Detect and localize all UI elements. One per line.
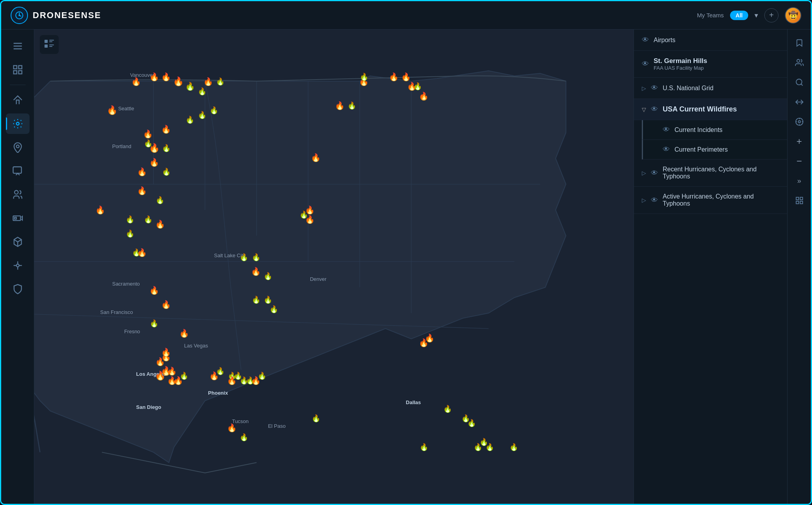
map-svg (34, 30, 634, 504)
svg-rect-5 (13, 66, 17, 69)
faa-subtitle: FAA UAS Facility Map (654, 65, 707, 71)
fire-marker: 🔥 (167, 366, 177, 376)
chevron-down-icon[interactable]: ▾ (754, 11, 758, 20)
rt-bookmark[interactable] (791, 34, 808, 52)
fire-marker: 🔥 (137, 186, 147, 195)
fire-marker: 🔥 (198, 111, 206, 119)
fire-marker: 🔥 (252, 295, 260, 304)
layer-recent-hurricanes[interactable]: ▷ 👁 Recent Hurricanes, Cyclones and Typh… (634, 160, 787, 187)
layer-panel: 👁 Airports 👁 St. Germain Hills FAA UAS F… (634, 30, 787, 504)
fire-marker: 🔥 (198, 87, 206, 96)
svg-rect-36 (49, 46, 52, 47)
fire-marker: 🔥 (150, 319, 158, 328)
sidebar-item-missions[interactable] (6, 232, 30, 252)
fire-marker: 🔥 (264, 272, 272, 280)
sidebar-item-users[interactable] (6, 184, 30, 205)
fire-marker: 🔥 (305, 215, 315, 224)
fire-marker: 🔥 (401, 72, 411, 82)
all-badge[interactable]: All (730, 11, 748, 20)
fire-marker: 🔥 (149, 72, 159, 82)
fire-marker: 🔥 (162, 144, 171, 152)
rt-zoom-in[interactable]: + (791, 133, 808, 150)
sidebar-item-devices[interactable] (6, 208, 30, 228)
fire-marker: 🔥 (155, 219, 165, 229)
layer-wildfires[interactable]: ▽ 👁 USA Current Wildfires (634, 99, 787, 120)
fire-marker: 🔥 (144, 139, 152, 148)
right-toolbar: + − » (787, 30, 811, 504)
eye-icon-incidents: 👁 (663, 126, 670, 134)
fire-marker: 🔥 (162, 167, 171, 176)
svg-rect-32 (49, 40, 54, 41)
expand-icon-recent-hurr: ▷ (642, 170, 646, 176)
layer-national-grid[interactable]: ▷ 👁 U.S. National Grid (634, 78, 787, 99)
svg-rect-7 (13, 71, 17, 74)
sub-layer-incidents[interactable]: 👁 Current Incidents (642, 120, 787, 140)
svg-rect-49 (796, 201, 798, 204)
faa-title: St. Germain Hills (654, 57, 707, 65)
fire-marker: 🔥 (144, 215, 152, 224)
layer-wildfires-label: USA Current Wildfires (663, 105, 737, 113)
fire-marker: 🔥 (311, 153, 321, 162)
fire-marker: 🔥 (161, 347, 171, 357)
svg-point-37 (797, 59, 799, 62)
rt-zoom-out[interactable]: − (791, 152, 808, 170)
fire-marker: 🔥 (485, 443, 494, 451)
fire-marker: 🔥 (360, 72, 368, 81)
app-container: DRONESENSE My Teams All ▾ + 🤠 (1, 1, 811, 504)
header: DRONESENSE My Teams All ▾ + 🤠 (1, 1, 811, 30)
eye-icon-wildfires: 👁 (651, 105, 658, 113)
rt-measure[interactable] (791, 93, 808, 111)
fire-marker: 🔥 (156, 196, 164, 204)
sidebar-item-chat[interactable] (6, 161, 30, 181)
add-button[interactable]: + (764, 8, 779, 22)
fire-marker: 🔥 (474, 443, 482, 451)
svg-rect-8 (19, 71, 22, 74)
sidebar-item-home[interactable] (6, 90, 30, 110)
expand-icon-wildfires: ▽ (642, 106, 646, 113)
sub-layer-perimeters[interactable]: 👁 Current Perimeters (642, 140, 787, 160)
rt-users[interactable] (791, 54, 808, 71)
sidebar-item-shield[interactable] (6, 279, 30, 299)
svg-point-9 (16, 123, 19, 125)
fire-marker: 🔥 (264, 295, 272, 304)
fire-marker: 🔥 (185, 82, 195, 91)
rt-search[interactable] (791, 74, 808, 91)
layer-active-hurricanes[interactable]: ▷ 👁 Active Hurricanes, Cyclones and Typh… (634, 187, 787, 214)
fire-marker: 🔥 (186, 115, 194, 124)
layer-airports[interactable]: 👁 Airports (634, 30, 787, 51)
sidebar-item-location[interactable] (6, 137, 30, 158)
rt-forward[interactable]: » (791, 172, 808, 189)
fire-marker: 🔥 (335, 101, 345, 110)
svg-rect-47 (796, 197, 798, 200)
svg-rect-14 (14, 217, 16, 219)
fire-marker: 🔥 (131, 77, 141, 86)
sidebar-item-list[interactable] (6, 59, 30, 80)
svg-point-38 (796, 79, 802, 85)
fire-marker: 🔥 (420, 92, 428, 100)
map-list-toggle[interactable] (40, 35, 59, 54)
fire-marker: 🔥 (155, 371, 165, 381)
fire-marker: 🔥 (413, 82, 422, 91)
layer-faa[interactable]: 👁 St. Germain Hills FAA UAS Facility Map (634, 51, 787, 78)
fire-marker: 🔥 (227, 423, 237, 433)
rt-grid[interactable] (791, 192, 808, 209)
fire-marker: 🔥 (251, 267, 261, 276)
fire-marker: 🔥 (95, 205, 105, 215)
sidebar-item-settings[interactable] (6, 113, 30, 134)
fire-marker: 🔥 (216, 367, 225, 375)
avatar[interactable]: 🤠 (785, 7, 801, 24)
fire-marker: 🔥 (258, 371, 266, 380)
sidebar-item-menu[interactable] (6, 36, 30, 56)
active-indicator (6, 117, 7, 130)
logo-icon (11, 7, 28, 24)
map-background: Vancouver Seattle Portland Sacramento Sa… (34, 30, 634, 504)
eye-icon-recent-hurr: 👁 (651, 169, 658, 177)
rt-locate[interactable] (791, 113, 808, 130)
fire-marker: 🔥 (389, 72, 399, 82)
layer-active-hurr-label: Active Hurricanes, Cyclones and Typhoons (663, 193, 779, 207)
svg-rect-11 (13, 167, 21, 173)
map-panel[interactable]: Vancouver Seattle Portland Sacramento Sa… (34, 30, 634, 504)
fire-marker: 🔥 (269, 305, 278, 314)
sidebar-item-integrations[interactable] (6, 255, 30, 276)
svg-line-39 (801, 84, 803, 85)
